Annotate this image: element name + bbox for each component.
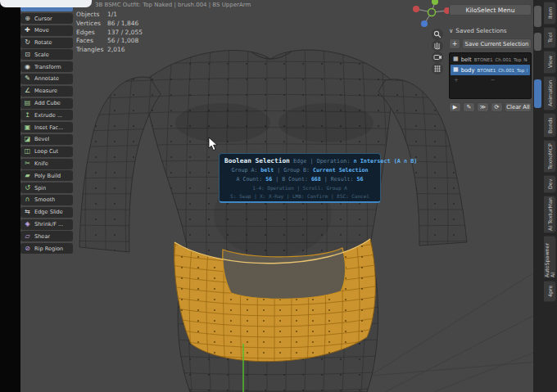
kiloselect-menu-button[interactable]: KiloSelect Menu: [449, 4, 532, 16]
tool-edge-slide[interactable]: ⇆Edge Slide: [20, 207, 73, 218]
tool-measure[interactable]: ∠Measure: [20, 86, 73, 97]
stat-row: Edges137 / 2,055: [76, 29, 143, 38]
boolean-help-line-2: S: Swap | X: X-Ray | LMB: Confirm | ESC:…: [224, 193, 375, 199]
tab-view[interactable]: View: [544, 51, 556, 74]
boolean-title-line: Boolean Selection Edge | Operation: ∩ In…: [224, 157, 375, 164]
tool-scale[interactable]: ⊡Scale: [20, 49, 73, 60]
scroll-handle[interactable]: [534, 33, 541, 51]
tab-bonds[interactable]: Bonds: [544, 113, 556, 137]
refresh-button[interactable]: ⟳: [491, 102, 503, 112]
tool-inset-faces[interactable]: ▣Inset Fac...: [20, 122, 73, 133]
tab-ai-texturman[interactable]: AI TexturMan: [544, 196, 556, 233]
tab-4pre[interactable]: 4pre: [544, 281, 556, 302]
tool-label: Knife: [34, 160, 48, 167]
window-edge-strip: [0, 0, 20, 392]
viewport-statistics: Objects1/1 Vertices86 / 1,846 Edges137 /…: [76, 11, 143, 55]
viewport-header-text: 3B BSMC Outfit: Top Naked | brush.004 | …: [95, 2, 251, 8]
operation-value: ∩ Intersect (A ∩ B): [354, 158, 418, 164]
perspective-grid-icon[interactable]: [432, 63, 443, 74]
save-current-selection-button[interactable]: Save Current Selection: [462, 38, 532, 49]
tool-label: Rip Region: [34, 246, 63, 252]
tab-tool[interactable]: Tool: [544, 27, 556, 48]
panel-title: Boolean Selection: [224, 157, 290, 164]
tool-label: Move: [34, 27, 49, 34]
blender-window: ⊕Cursor ✚Move ↻Rotate ⊡Scale ◉Transform …: [0, 0, 557, 392]
tool-spin[interactable]: ↺Spin: [20, 182, 73, 193]
tool-bevel[interactable]: ◪Bevel: [20, 134, 73, 145]
scroll-handle-active[interactable]: [534, 79, 541, 108]
gizmo-axis-z: [421, 20, 428, 27]
tab-animation[interactable]: Animation: [544, 76, 556, 110]
poly-build-icon: ▰: [23, 173, 32, 179]
boolean-counts-line: A Count: 56 | B Count: 668 | Result: 56: [224, 176, 375, 182]
boolean-groups-line: Group A: belt | Group B: Current Selecti…: [224, 167, 375, 173]
add-selection-button[interactable]: +: [449, 38, 460, 49]
shrink-fatten-icon: ◈: [23, 221, 32, 228]
gizmo-axis-x: [413, 6, 419, 12]
camera-view-icon[interactable]: [432, 52, 443, 63]
smooth-icon: ∩: [23, 196, 32, 203]
spin-icon: ↺: [23, 185, 32, 191]
tool-label: Measure: [34, 88, 57, 94]
tool-poly-build[interactable]: ▰Poly Build: [20, 170, 73, 181]
tool-rip-region[interactable]: ⊘Rip Region: [20, 243, 73, 254]
list-remove-icon[interactable]: −: [491, 77, 496, 83]
tool-label: Rotate: [34, 39, 52, 46]
chevron-down-icon: ∨: [449, 27, 453, 34]
gizmo-center: [428, 9, 436, 16]
tool-smooth[interactable]: ∩Smooth: [20, 195, 73, 205]
bevel-icon: ◪: [23, 136, 32, 142]
mesh-icon: ▦: [453, 56, 459, 62]
gizmo-axis-y: [432, 0, 438, 5]
tool-annotate[interactable]: ✎Annotate: [20, 74, 73, 84]
navigation-gizmo[interactable]: [413, 0, 451, 27]
saved-selections-list: ▦ belt BTONE1_Ch.001_Top_Naked ▦ body BT…: [449, 52, 532, 99]
tool-label: Spin: [34, 185, 46, 191]
list-footer: + −: [451, 75, 530, 83]
measure-icon: ∠: [23, 88, 32, 94]
selection-row-belt[interactable]: ▦ belt BTONE1_Ch.001_Top_Naked: [451, 54, 530, 65]
mouse-cursor: [208, 137, 220, 152]
tab-item[interactable]: Item: [544, 2, 556, 25]
tool-extrude[interactable]: ↥Extrude ...: [20, 110, 73, 120]
list-add-icon[interactable]: +: [454, 77, 459, 83]
tool-shear[interactable]: ▱Shear: [20, 231, 73, 241]
edit-button[interactable]: ✎: [463, 102, 475, 112]
selection-row-body[interactable]: ▦ body BTONE1_Ch.001_Top_Naked: [451, 65, 530, 75]
tool-label: Annotate: [34, 75, 59, 82]
tool-label: Scale: [34, 52, 49, 58]
tab-autospawner-ai[interactable]: AutoSpawner AI: [544, 236, 556, 278]
tab-texnomcp[interactable]: TexnoMCP: [544, 140, 556, 173]
stat-row: Triangles2,016: [76, 46, 143, 55]
tool-label: Edge Slide: [34, 209, 63, 215]
selection-name: belt: [461, 56, 472, 63]
saved-selections-header[interactable]: ∨ Saved Selections: [449, 27, 532, 34]
tool-add-cube[interactable]: ▤Add Cube: [20, 98, 73, 109]
play-button[interactable]: ▶: [449, 102, 461, 112]
tool-loop-cut[interactable]: ◫Loop Cut: [20, 146, 73, 157]
tool-label: Poly Build: [34, 173, 61, 179]
tool-move[interactable]: ✚Move: [20, 25, 73, 36]
tool-knife[interactable]: ✂Knife: [20, 159, 73, 169]
rotate-icon: ↻: [23, 39, 32, 46]
popup-stub: [0, 0, 92, 7]
cursor-icon: ⊕: [23, 16, 32, 22]
stat-row: Objects1/1: [76, 11, 143, 20]
scroll-handle[interactable]: [534, 6, 541, 27]
clear-all-button[interactable]: Clear All: [505, 102, 532, 112]
tool-transform[interactable]: ◉Transform: [20, 61, 73, 72]
tool-rotate[interactable]: ↻Rotate: [20, 38, 73, 48]
tool-cursor[interactable]: ⊕Cursor: [20, 13, 73, 24]
inset-faces-icon: ▣: [23, 124, 32, 131]
toolbar: ⊕Cursor ✚Move ↻Rotate ⊡Scale ◉Transform …: [20, 5, 73, 255]
tab-dev[interactable]: Dev: [544, 175, 556, 193]
zoom-icon[interactable]: [432, 29, 443, 40]
pan-hand-icon[interactable]: [432, 40, 443, 52]
tool-shrink-fatten[interactable]: ◈Shrink/F ...: [20, 219, 73, 230]
selection-tag: BTONE1_Ch.001_Top_Naked: [477, 68, 528, 73]
tool-label: Extrude ...: [34, 112, 62, 119]
edge-slide-icon: ⇆: [23, 209, 32, 215]
more-button[interactable]: ≫: [477, 102, 489, 112]
rip-region-icon: ⊘: [23, 246, 32, 252]
tool-label: Inset Fac...: [34, 124, 63, 131]
